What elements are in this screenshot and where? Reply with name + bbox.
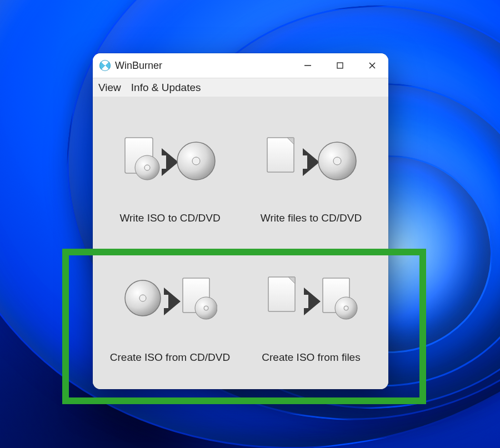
svg-point-20 <box>204 306 208 310</box>
write-iso-icon <box>123 129 217 195</box>
action-write-iso-to-disc[interactable]: Write ISO to CD/DVD <box>103 112 237 240</box>
svg-point-14 <box>333 157 341 165</box>
app-icon <box>99 60 111 71</box>
app-window: WinBurner View Info & Updates <box>93 53 388 389</box>
svg-marker-12 <box>303 148 319 176</box>
maximize-button[interactable] <box>324 53 356 78</box>
action-write-files-to-disc[interactable]: Write files to CD/DVD <box>244 112 378 240</box>
create-iso-disc-icon <box>123 268 217 335</box>
menu-info-updates[interactable]: Info & Updates <box>131 82 201 94</box>
svg-rect-1 <box>337 63 343 68</box>
svg-point-6 <box>144 165 150 170</box>
action-label: Create ISO from CD/DVD <box>110 351 230 364</box>
svg-rect-10 <box>267 138 294 172</box>
action-label: Write files to CD/DVD <box>261 212 362 224</box>
svg-marker-7 <box>162 148 178 176</box>
title-bar[interactable]: WinBurner <box>93 53 388 78</box>
action-label: Create ISO from files <box>262 351 360 364</box>
client-area: Write ISO to CD/DVD Write files to CD/DV… <box>93 97 388 389</box>
window-controls <box>292 53 388 78</box>
svg-rect-21 <box>268 277 295 311</box>
close-icon <box>368 62 376 69</box>
maximize-icon <box>336 62 344 69</box>
menu-view[interactable]: View <box>98 82 121 94</box>
create-iso-files-icon <box>264 268 358 335</box>
close-button[interactable] <box>356 53 388 78</box>
action-create-iso-from-files[interactable]: Create ISO from files <box>244 251 378 380</box>
svg-point-26 <box>344 306 348 310</box>
action-label: Write ISO to CD/DVD <box>119 212 220 224</box>
minimize-button[interactable] <box>292 53 324 78</box>
svg-marker-23 <box>304 288 321 315</box>
action-create-iso-from-disc[interactable]: Create ISO from CD/DVD <box>103 251 237 380</box>
minimize-icon <box>304 62 312 69</box>
svg-point-9 <box>192 157 200 165</box>
svg-marker-17 <box>164 288 181 315</box>
menu-bar: View Info & Updates <box>93 78 388 98</box>
svg-point-16 <box>139 295 146 301</box>
write-files-icon <box>264 129 358 195</box>
app-title: WinBurner <box>115 60 162 72</box>
